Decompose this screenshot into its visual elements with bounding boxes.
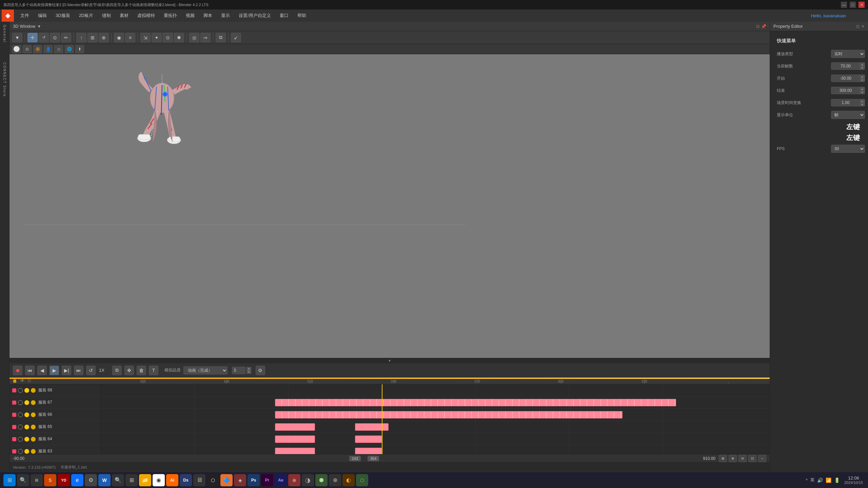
taskbar-app2[interactable]: ⊕ <box>288 474 300 486</box>
skip-forward-button[interactable]: ⏭ <box>74 366 83 375</box>
current-frame-down[interactable]: ▼ <box>860 66 865 69</box>
tool-shrink[interactable]: ◎ <box>189 33 199 42</box>
menu-retopo[interactable]: 重拓扑 <box>160 11 181 20</box>
taskbar-edge[interactable]: e <box>71 474 83 486</box>
sidebar-general[interactable]: General <box>2 23 7 44</box>
pe-expand-icon[interactable]: ⊡ <box>856 24 860 29</box>
tool-arrow2[interactable]: ⇒ <box>200 33 211 42</box>
play-button[interactable]: ▶ <box>50 366 59 375</box>
menu-settings[interactable]: 设置/用户自定义 <box>235 11 275 20</box>
taskbar-task-view[interactable]: ⊞ <box>31 474 43 486</box>
text-button[interactable]: T <box>149 366 158 375</box>
tool-paint[interactable]: ⊙ <box>50 33 60 42</box>
menu-help[interactable]: 帮助 <box>293 11 310 20</box>
taskbar-search2[interactable]: 🔍 <box>112 474 124 486</box>
tool-grid[interactable]: ⊞ <box>87 33 98 42</box>
taskbar-app3[interactable]: ◑ <box>302 474 314 486</box>
taskbar-word[interactable]: W <box>98 474 111 486</box>
window-controls[interactable]: — □ ✕ <box>841 2 865 8</box>
anim-bar-64-2[interactable] <box>355 435 382 443</box>
sub-btn-4[interactable]: 👤 <box>44 45 53 53</box>
taskbar-ae[interactable]: Ae <box>275 474 287 486</box>
taskbar-start[interactable]: ⊞ <box>125 474 138 486</box>
sub-btn-1[interactable]: ⚪ <box>12 45 21 53</box>
taskbar-ds[interactable]: Ds <box>180 474 192 486</box>
tool-lasso[interactable]: ↺ <box>39 33 49 42</box>
tool-pen[interactable]: ✏ <box>61 33 71 42</box>
tool-corner[interactable]: ↙ <box>231 33 241 42</box>
track-vis-63[interactable] <box>18 449 23 454</box>
zoom-in-button[interactable]: ⊕ <box>729 455 737 462</box>
taskbar-app1[interactable]: ◈ <box>234 474 246 486</box>
taskbar-settings[interactable]: ⚙ <box>85 474 97 486</box>
end-up[interactable]: ▲ <box>860 87 865 90</box>
pe-close-icon[interactable]: ✕ <box>861 24 865 29</box>
track-vis-66[interactable] <box>18 412 23 417</box>
taskbar-ai[interactable]: Ai <box>166 474 178 486</box>
taskbar-app5[interactable]: ⊛ <box>329 474 341 486</box>
tool-attract[interactable]: ⊙ <box>163 33 173 42</box>
menu-edit[interactable]: 编辑 <box>34 11 51 20</box>
start-up[interactable]: ▲ <box>860 75 865 78</box>
track-vis-67[interactable] <box>18 400 23 405</box>
scene-time-down[interactable]: ▼ <box>860 103 865 106</box>
step-forward-button[interactable]: ▶| <box>62 366 71 375</box>
panel-divider[interactable]: ▼ <box>9 358 770 363</box>
record-button[interactable]: ⏺ <box>13 366 22 375</box>
menu-script[interactable]: 脚本 <box>199 11 216 20</box>
sub-btn-3[interactable]: 🔆 <box>33 45 42 53</box>
step-back-button[interactable]: ◀ <box>37 366 47 375</box>
sim-num-input[interactable] <box>232 367 245 374</box>
taskbar-search[interactable]: 🔍 <box>17 474 29 486</box>
playback-type-select[interactable]: 实时 帧 <box>831 50 865 58</box>
tray-lang[interactable]: 英 <box>810 477 814 483</box>
tool-multi[interactable]: ⧉ <box>216 33 226 42</box>
tool-arrow[interactable]: ▼ <box>12 33 22 42</box>
move-button[interactable]: ✥ <box>124 366 134 375</box>
menu-sewing[interactable]: 缝制 <box>98 11 115 20</box>
sub-btn-2[interactable]: ⊙ <box>23 45 32 53</box>
menu-file[interactable]: 文件 <box>16 11 33 20</box>
anim-bar-66-1[interactable] <box>275 411 623 419</box>
tray-caret[interactable]: ^ <box>806 478 808 483</box>
track-vis-64[interactable] <box>18 437 23 442</box>
tool-snap[interactable]: ✦ <box>152 33 162 42</box>
anim-bar-64-1[interactable] <box>275 435 315 443</box>
fps-select[interactable]: 30 24 60 <box>831 145 865 153</box>
tool-measure[interactable]: ✱ <box>174 33 184 42</box>
zoom-width-button[interactable]: ↔ <box>758 455 766 462</box>
tool-deform[interactable]: ≡ <box>125 33 135 42</box>
display-unit-select[interactable]: 帧 秒 <box>831 111 865 119</box>
sub-btn-upload[interactable]: ⬆ <box>75 45 84 53</box>
tool-move-up[interactable]: ↑ <box>76 33 86 42</box>
menu-3d-garment[interactable]: 3D服装 <box>52 11 74 20</box>
sub-btn-5[interactable]: ◇ <box>54 45 63 53</box>
taskbar-app7[interactable]: ⬡ <box>356 474 368 486</box>
tool-resize[interactable]: ⇲ <box>140 33 151 42</box>
tool-select[interactable]: ✛ <box>27 33 38 42</box>
sim-num-down[interactable]: ▼ <box>246 370 251 374</box>
zoom-out-button[interactable]: ⊖ <box>738 455 747 462</box>
taskbar-yd[interactable]: YD <box>58 474 70 486</box>
clock-display[interactable]: 12:06 2024/10/15 <box>843 475 865 485</box>
taskbar-files[interactable]: 📁 <box>139 474 151 486</box>
loop-button[interactable]: ↺ <box>86 366 96 375</box>
anim-bar-65-1[interactable] <box>275 423 315 431</box>
tray-volume[interactable]: 🔊 <box>817 477 823 483</box>
taskbar-pr[interactable]: Pr <box>261 474 273 486</box>
sim-num-up[interactable]: ▲ <box>246 367 251 370</box>
taskbar-browser1[interactable]: S <box>44 474 56 486</box>
sub-btn-globe[interactable]: 🌐 <box>65 45 74 53</box>
viewport-dropdown-arrow[interactable]: ▼ <box>37 24 41 29</box>
maximize-button[interactable]: □ <box>850 2 856 8</box>
delete-button[interactable]: 🗑 <box>137 366 146 375</box>
taskbar-blender[interactable]: 🔷 <box>220 474 233 486</box>
settings-button[interactable]: ⚙ <box>256 366 265 375</box>
skip-back-button[interactable]: ⏮ <box>25 366 35 375</box>
tray-battery[interactable]: 🔋 <box>834 477 840 483</box>
anim-bar-67-1[interactable] <box>275 399 676 406</box>
playhead[interactable] <box>382 384 382 454</box>
close-button[interactable]: ✕ <box>859 2 865 8</box>
taskbar-chrome[interactable]: ◉ <box>153 474 165 486</box>
taskbar-epic[interactable]: ⬡ <box>207 474 219 486</box>
